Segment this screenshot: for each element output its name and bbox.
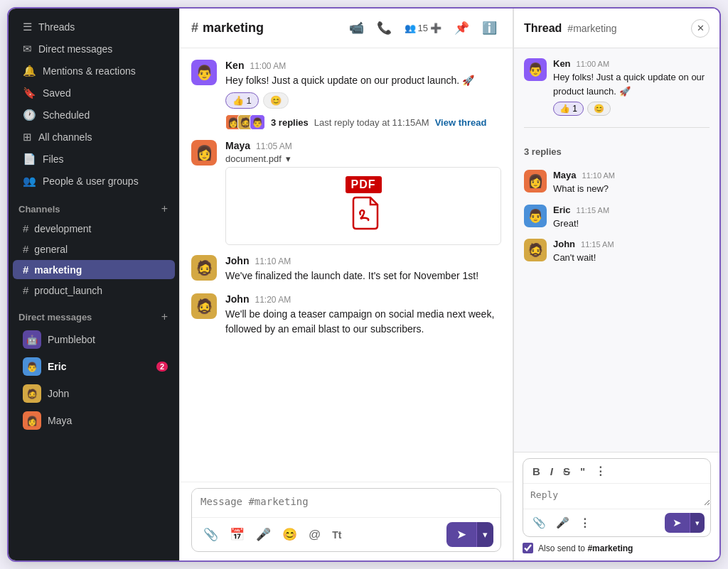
channel-item-product-launch[interactable]: # product_launch: [13, 281, 175, 300]
video-call-button[interactable]: 📹: [345, 18, 368, 38]
reaction-thumbsup[interactable]: 👍 1: [225, 92, 259, 109]
dm-item-pumblebot[interactable]: 🤖 Pumblebot: [13, 327, 175, 352]
thread-reply-input[interactable]: [523, 484, 710, 506]
message-text: Hey folks! Just a quick update on our pr…: [225, 73, 501, 88]
scheduled-icon: 🕐: [23, 109, 36, 121]
dm-item-john[interactable]: 🧔 John: [13, 381, 175, 406]
sidebar-item-label: Scheduled: [43, 109, 90, 121]
thread-mic-button[interactable]: 🎤: [552, 514, 573, 531]
thread-send-button[interactable]: ➤: [665, 513, 690, 533]
thread-reply-sender: Eric: [553, 205, 571, 215]
pin-button[interactable]: 📌: [450, 18, 473, 38]
message-sender: John: [225, 255, 249, 266]
sidebar-item-all-channels[interactable]: ⊞ All channels: [13, 126, 175, 148]
channel-item-general[interactable]: # general: [13, 239, 175, 259]
send-button-group: ➤ ▾: [446, 522, 493, 547]
thread-reply-sender: John: [553, 239, 575, 249]
avatar: 👩: [23, 411, 41, 430]
thread-input-toolbar: B I S " ⋮: [523, 459, 710, 484]
avatar: 👩: [191, 140, 217, 166]
sidebar-item-label: People & user groups: [43, 175, 139, 187]
thread-input-area: B I S " ⋮ 📎 🎤 ⋮ ➤ ▾: [514, 452, 719, 560]
avatar: 🤖: [23, 330, 41, 349]
message-sender: Maya: [225, 140, 250, 151]
send-options-button[interactable]: ▾: [476, 522, 493, 547]
info-button[interactable]: ℹ️: [478, 18, 501, 38]
sidebar-item-label: Files: [43, 153, 64, 165]
message-group: 👨 Ken 11:00 AM Hey folks! Just a quick u…: [191, 60, 501, 130]
message-time: 11:00 AM: [250, 61, 286, 71]
message-group: 🧔 John 11:20 AM We'll be doing a teaser …: [191, 293, 501, 337]
thread-send-options-button[interactable]: ▾: [690, 513, 705, 533]
sidebar-item-scheduled[interactable]: 🕐 Scheduled: [13, 104, 175, 126]
thread-close-button[interactable]: ✕: [691, 19, 710, 38]
thread-more-options-button[interactable]: ⋮: [576, 514, 594, 531]
channel-item-development[interactable]: # development: [13, 219, 175, 238]
thread-reply-time: 11:10 AM: [582, 171, 615, 180]
phone-call-button[interactable]: 📞: [373, 18, 396, 38]
also-send-checkbox[interactable]: [523, 543, 533, 553]
mention-button[interactable]: @: [304, 525, 325, 545]
dm-icon: ✉: [23, 43, 32, 55]
mic-button[interactable]: 🎤: [252, 524, 275, 545]
add-channel-button[interactable]: +: [160, 202, 169, 215]
pdf-attachment[interactable]: PDF: [225, 167, 501, 245]
files-icon: 📄: [23, 153, 36, 166]
thread-reply-time: 11:15 AM: [581, 240, 614, 249]
message-text: We'll be doing a teaser campaign on soci…: [225, 307, 501, 337]
message-input-box: 📎 📅 🎤 😊 @ Tt ➤ ▾: [191, 488, 501, 552]
thread-reaction-thumbsup[interactable]: 👍 1: [553, 102, 584, 116]
thread-attach-button[interactable]: 📎: [529, 514, 550, 531]
avatar: 👩: [524, 170, 547, 193]
thread-reaction-smile[interactable]: 😊: [587, 102, 611, 116]
pdf-filename[interactable]: document.pdf ▾: [225, 153, 501, 164]
message-group: 👩 Maya 11:05 AM document.pdf ▾ PDF: [191, 140, 501, 245]
message-group: 🧔 John 11:10 AM We've finalized the laun…: [191, 255, 501, 283]
people-icon: 👥: [23, 175, 36, 188]
sidebar-item-threads[interactable]: ☰ Threads: [13, 16, 175, 38]
thread-italic-button[interactable]: I: [547, 463, 557, 479]
thread-bold-button[interactable]: B: [529, 463, 544, 479]
thread-quote-button[interactable]: ": [577, 463, 589, 479]
sidebar-item-label: Direct messages: [38, 43, 112, 55]
message-input[interactable]: [192, 489, 500, 514]
thread-reply: 👨 Eric 11:15 AM Great!: [524, 205, 710, 231]
dm-item-eric[interactable]: 👨 Eric 2: [13, 354, 175, 379]
thread-reactions: 👍 1 😊: [553, 102, 710, 116]
sidebar-item-people[interactable]: 👥 People & user groups: [13, 170, 175, 192]
send-button[interactable]: ➤: [446, 522, 476, 547]
dm-item-maya[interactable]: 👩 Maya: [13, 408, 175, 433]
member-count[interactable]: 👥 15 ➕: [400, 21, 446, 36]
sidebar-item-mentions[interactable]: 🔔 Mentions & reactions: [13, 60, 175, 82]
thread-strikethrough-button[interactable]: S: [560, 463, 574, 479]
format-button[interactable]: Tt: [328, 526, 346, 543]
view-thread-link[interactable]: View thread: [435, 117, 487, 128]
thread-more-button[interactable]: ⋮: [592, 462, 609, 479]
main-header: # marketing 📹 📞 👥 15 ➕ 📌 ℹ️: [180, 9, 513, 48]
reaction-smile[interactable]: 😊: [263, 92, 289, 109]
sidebar-item-saved[interactable]: 🔖 Saved: [13, 82, 175, 104]
messages-area: 👨 Ken 11:00 AM Hey folks! Just a quick u…: [180, 48, 513, 482]
also-send-row: Also send to #marketing: [523, 543, 711, 553]
channel-item-marketing[interactable]: # marketing: [13, 260, 175, 279]
thread-reply-text: What is new?: [553, 182, 710, 196]
sidebar-item-direct-messages[interactable]: ✉ Direct messages: [13, 38, 175, 60]
avatar: 👨: [524, 58, 547, 81]
thread-reply-sender: Maya: [553, 170, 577, 180]
sidebar-item-files[interactable]: 📄 Files: [13, 148, 175, 170]
avatar: 🧔: [524, 239, 547, 261]
emoji-button[interactable]: 😊: [278, 524, 301, 545]
add-dm-button[interactable]: +: [160, 310, 169, 323]
hash-icon: #: [23, 284, 28, 296]
mentions-icon: 🔔: [23, 65, 36, 77]
hash-icon: #: [23, 222, 28, 234]
message-sender: Ken: [225, 60, 244, 71]
thread-reply: 👩 Maya 11:10 AM What is new?: [524, 170, 710, 196]
saved-icon: 🔖: [23, 87, 36, 99]
hash-icon: #: [23, 243, 28, 255]
thread-reply: 🧔 John 11:15 AM Can't wait!: [524, 239, 710, 265]
thread-send-group: ➤ ▾: [665, 513, 705, 533]
thread-message-sender: Ken: [553, 58, 571, 69]
schedule-button[interactable]: 📅: [225, 524, 249, 545]
attach-button[interactable]: 📎: [199, 524, 223, 545]
